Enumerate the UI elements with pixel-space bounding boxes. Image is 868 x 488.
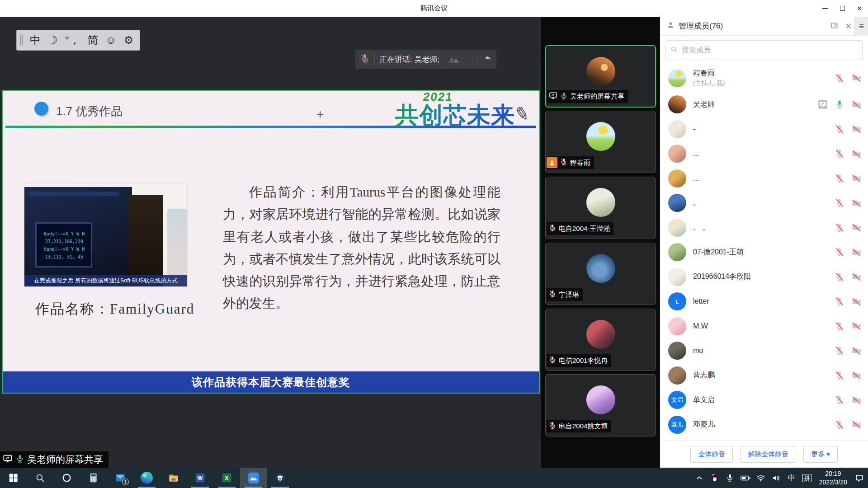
member-row[interactable]: 。 [660, 191, 868, 216]
tray-qq[interactable] [708, 468, 722, 488]
video-thumbnail[interactable]: 电自2004姚文博 [545, 374, 656, 436]
member-row[interactable]: mo [660, 338, 868, 363]
mic-muted-icon [835, 149, 844, 159]
member-row[interactable]: - [660, 117, 868, 142]
taskbar-search-button[interactable] [27, 468, 53, 488]
participant-name: 吴老师的屏幕共享 [570, 92, 624, 101]
avatar: 文启 [668, 391, 686, 409]
tray-clock[interactable]: 20:19 2022/3/20 [816, 468, 851, 488]
member-panel-title: 管理成员(76) [679, 21, 723, 31]
panel-menu-icon[interactable]: ≡ [854, 17, 868, 36]
unmute-all-button[interactable]: 解除全体静音 [740, 446, 796, 463]
member-row[interactable]: 。 。 [660, 216, 868, 240]
work-description: 作品简介：利用Taurus平台的图像处理能力，对家居环境进行智能的异常检测。比如… [223, 181, 500, 315]
file-explorer-app[interactable] [160, 468, 187, 488]
minimize-button[interactable] [816, 0, 834, 17]
member-icon [666, 21, 675, 29]
window-title: 腾讯会议 [420, 4, 448, 13]
video-thumbnail[interactable]: 电信2001李悦冉 [545, 309, 656, 371]
camera-muted-icon [851, 370, 862, 380]
windows-start-icon [8, 472, 19, 483]
microphone-icon [726, 474, 734, 482]
member-row[interactable]: 吴老师 [660, 92, 868, 117]
mic-muted-icon [835, 346, 844, 356]
event-logo: 2021 共创芯未来 ✎ [395, 92, 526, 135]
more-button[interactable]: 更多 ▾ [803, 446, 838, 463]
cortana-button[interactable] [53, 468, 80, 488]
camera-muted-icon [851, 296, 862, 307]
ime-toolbar[interactable]: 中☽°，简☺⚙ [16, 30, 140, 51]
ime-punctuation-icon[interactable]: °， [65, 35, 80, 46]
member-name: 单文启 [693, 395, 835, 405]
start-button[interactable] [0, 468, 27, 488]
calculator-app[interactable] [80, 468, 107, 488]
panel-close-icon[interactable]: ✕ [845, 23, 852, 30]
mic-muted-icon [835, 321, 844, 331]
participant-name: 宁泽琳 [559, 291, 579, 299]
excel-app[interactable]: X [213, 468, 240, 488]
tray-battery[interactable] [739, 468, 752, 488]
member-row[interactable]: 曹志鹏 [660, 363, 868, 388]
divider [374, 54, 375, 65]
ime-drag-handle[interactable] [20, 35, 23, 46]
member-row[interactable]: 07-微2001-王萌 [660, 240, 868, 265]
member-row[interactable]: ... [660, 141, 868, 166]
member-search-box[interactable] [665, 40, 863, 60]
tray-pinyin[interactable]: 拼 [800, 468, 814, 488]
camera-muted-icon [851, 395, 862, 405]
ime-moon-icon[interactable]: ☽ [48, 35, 58, 46]
tray-chevron-up[interactable] [693, 468, 706, 488]
tencent-meeting-app[interactable] [240, 468, 267, 488]
logo-text: 共创芯未来 [395, 100, 515, 131]
member-row[interactable]: M.W [660, 314, 868, 339]
project-photo: Body!-->X Y W H37,211,186,219Hand!-->X Y… [24, 183, 187, 286]
member-row[interactable]: 201966014李欣阳 [660, 265, 868, 290]
close-button[interactable]: ✕ [851, 0, 868, 17]
calculator-icon [88, 472, 99, 483]
word-app[interactable]: W [187, 468, 213, 488]
battery-icon [740, 473, 751, 483]
classroom-app[interactable] [267, 468, 293, 488]
search-icon [670, 46, 678, 55]
member-row[interactable]: 文启 单文启 [660, 388, 868, 413]
maximize-button[interactable] [834, 0, 851, 17]
ime-lang-icon[interactable]: 中 [30, 35, 41, 46]
video-thumbnail[interactable]: 电自2004-王滢淞 [545, 177, 656, 239]
tray-wifi[interactable] [754, 468, 768, 488]
mute-all-button[interactable]: 全体静音 [690, 446, 733, 463]
avatar: 菱儿 [668, 416, 686, 434]
ime-emoji-icon[interactable]: ☺ [105, 35, 117, 46]
reply-arrow-icon[interactable] [482, 53, 492, 65]
video-thumbnail[interactable]: 宁泽琳 [545, 243, 656, 305]
member-row[interactable]: 菱儿 邓菱儿 [660, 413, 868, 437]
video-thumbnail[interactable]: 吴老师的屏幕共享 [545, 45, 656, 108]
member-row[interactable]: 程春雨 (主持人, 我) [660, 64, 868, 92]
screen-share-icon [549, 91, 557, 100]
svg-text:W: W [198, 475, 203, 482]
member-name: - [693, 125, 835, 133]
ime-simplified-icon[interactable]: 简 [87, 35, 98, 46]
member-row[interactable]: ... [660, 166, 868, 191]
tray-lang[interactable]: 中 [785, 468, 798, 488]
member-name: 程春雨 [693, 69, 835, 78]
ime-settings-icon[interactable]: ⚙ [124, 35, 134, 46]
member-row[interactable]: L letter [660, 289, 868, 314]
mic-on-icon [15, 454, 24, 463]
qq-icon [710, 473, 720, 483]
edge-app[interactable] [133, 468, 160, 488]
reply-arrow-icon [482, 53, 492, 63]
avatar [668, 243, 686, 261]
member-search-input[interactable] [682, 46, 858, 54]
video-thumbnail[interactable]: 程春雨 [545, 111, 656, 173]
tray-mic[interactable] [723, 468, 737, 488]
mail-app[interactable]: 1 [107, 468, 133, 488]
popout-icon[interactable] [830, 22, 838, 31]
share-status-overlay: 吴老师的屏幕共享 [0, 451, 108, 468]
avatar [586, 254, 615, 283]
maximize-icon [840, 6, 845, 11]
tray-volume[interactable] [769, 468, 783, 488]
avatar [668, 120, 686, 138]
screen-share-icon [3, 454, 13, 466]
tray-action-center[interactable] [853, 468, 866, 488]
edge-icon [141, 472, 153, 484]
